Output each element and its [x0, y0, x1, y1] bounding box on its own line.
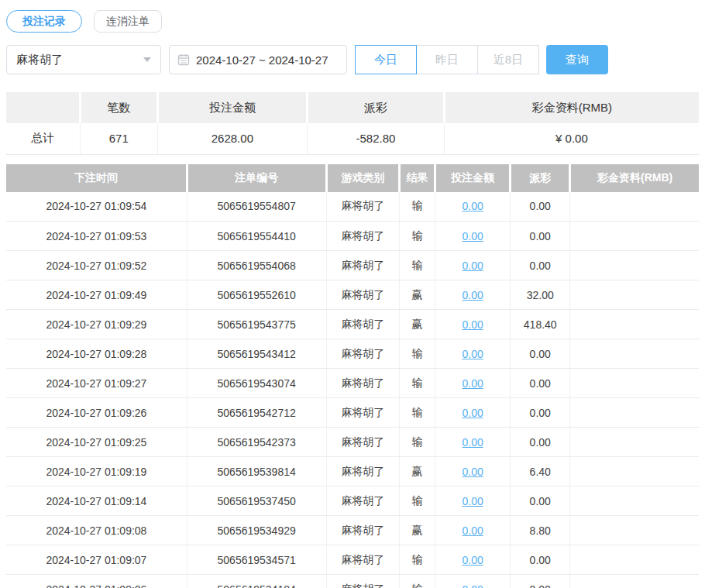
- payout-cell: 32.00: [511, 280, 570, 310]
- bet-time-cell: 2024-10-27 01:09:52: [6, 251, 187, 280]
- bonus-cell: [570, 575, 699, 588]
- payout-cell: 0.00: [511, 487, 570, 516]
- bet-amount-link[interactable]: 0.00: [462, 230, 483, 242]
- game-select[interactable]: 麻将胡了: [6, 45, 161, 74]
- bet-table-body: 2024-10-27 01:09:545065619554807麻将胡了输0.0…: [6, 192, 699, 588]
- result-cell: 输: [400, 369, 435, 398]
- quick-date-last8days-label: 近8日: [494, 53, 523, 67]
- table-row: 2024-10-27 01:09:525065619554068麻将胡了输0.0…: [6, 251, 699, 280]
- bet-amount-link[interactable]: 0.00: [462, 289, 483, 301]
- bet-amount-link[interactable]: 0.00: [462, 318, 483, 331]
- result-cell: 输: [400, 192, 435, 222]
- summary-header-payout: 派彩: [307, 92, 444, 123]
- quick-date-last8days-button[interactable]: 近8日: [477, 45, 539, 74]
- bonus-cell: [570, 428, 699, 457]
- result-cell: 输: [400, 487, 435, 516]
- bet-amount-cell: 0.00: [435, 545, 510, 575]
- result-cell: 输: [400, 339, 435, 369]
- bet-amount-link[interactable]: 0.00: [462, 377, 483, 390]
- summary-total-row: 总计 671 2628.00 -582.80 ¥ 0.00: [6, 123, 699, 154]
- bonus-cell: [570, 280, 699, 310]
- order-number-cell: 5065619534929: [187, 516, 326, 545]
- order-number-cell: 5065619542373: [187, 428, 326, 457]
- bet-amount-link[interactable]: 0.00: [462, 200, 483, 212]
- bet-time-cell: 2024-10-27 01:09:29: [6, 310, 187, 339]
- table-row: 2024-10-27 01:09:255065619542373麻将胡了输0.0…: [6, 428, 699, 457]
- bet-amount-link[interactable]: 0.00: [462, 407, 483, 419]
- bet-time-cell: 2024-10-27 01:09:26: [6, 398, 187, 428]
- result-cell: 赢: [400, 516, 435, 545]
- bet-amount-cell: 0.00: [435, 398, 510, 428]
- header-payout: 派彩: [511, 164, 570, 192]
- table-row: 2024-10-27 01:09:545065619554807麻将胡了输0.0…: [6, 192, 699, 222]
- bet-amount-link[interactable]: 0.00: [462, 554, 483, 566]
- bet-amount-cell: 0.00: [435, 339, 510, 369]
- bet-time-cell: 2024-10-27 01:09:53: [6, 222, 187, 251]
- quick-date-yesterday-button[interactable]: 昨日: [416, 45, 478, 74]
- bet-amount-cell: 0.00: [435, 192, 510, 222]
- bonus-cell: [570, 398, 699, 428]
- bonus-cell: [570, 192, 699, 222]
- date-range-value: 2024-10-27 ~ 2024-10-27: [196, 53, 328, 67]
- payout-cell: 6.40: [511, 457, 570, 487]
- bonus-cell: [570, 339, 699, 369]
- game-type-cell: 麻将胡了: [326, 369, 400, 398]
- bet-amount-link[interactable]: 0.00: [462, 348, 483, 360]
- bonus-cell: [570, 487, 699, 516]
- top-tabs: 投注记录 连消注单: [6, 10, 699, 33]
- bet-time-cell: 2024-10-27 01:09:28: [6, 339, 187, 369]
- game-type-cell: 麻将胡了: [326, 516, 400, 545]
- bet-amount-link[interactable]: 0.00: [462, 260, 483, 272]
- summary-total-payout: -582.80: [307, 123, 444, 154]
- game-type-cell: 麻将胡了: [326, 222, 400, 251]
- tab-betting-records[interactable]: 投注记录: [6, 10, 82, 33]
- bet-amount-link[interactable]: 0.00: [462, 466, 483, 478]
- table-row: 2024-10-27 01:09:065065619534184麻将胡了输0.0…: [6, 575, 699, 588]
- bet-table-header-row: 下注时间 注单编号 游戏类别 结果 投注金额 派彩 彩金资料(RMB): [6, 164, 699, 192]
- query-button[interactable]: 查询: [546, 45, 608, 74]
- bet-amount-link[interactable]: 0.00: [462, 583, 483, 588]
- game-type-cell: 麻将胡了: [326, 545, 400, 575]
- result-cell: 输: [400, 575, 435, 588]
- table-row: 2024-10-27 01:09:085065619534929麻将胡了赢0.0…: [6, 516, 699, 545]
- bet-amount-cell: 0.00: [435, 251, 510, 280]
- table-row: 2024-10-27 01:09:265065619542712麻将胡了输0.0…: [6, 398, 699, 428]
- bet-amount-cell: 0.00: [435, 310, 510, 339]
- result-cell: 赢: [400, 457, 435, 487]
- quick-date-yesterday-label: 昨日: [435, 53, 459, 67]
- bet-time-cell: 2024-10-27 01:09:14: [6, 487, 187, 516]
- order-number-cell: 5065619554807: [187, 192, 326, 222]
- order-number-cell: 5065619554068: [187, 251, 326, 280]
- result-cell: 输: [400, 545, 435, 575]
- quick-date-today-label: 今日: [374, 53, 397, 67]
- game-type-cell: 麻将胡了: [326, 339, 400, 369]
- date-range-input[interactable]: 2024-10-27 ~ 2024-10-27: [169, 45, 347, 74]
- bet-amount-link[interactable]: 0.00: [462, 495, 483, 507]
- table-row: 2024-10-27 01:09:495065619552610麻将胡了赢0.0…: [6, 280, 699, 310]
- quick-date-today-button[interactable]: 今日: [355, 45, 417, 74]
- bonus-cell: [570, 310, 699, 339]
- header-bonus: 彩金资料(RMB): [570, 164, 699, 192]
- game-type-cell: 麻将胡了: [326, 575, 400, 588]
- bet-amount-link[interactable]: 0.00: [462, 524, 483, 537]
- payout-cell: 418.40: [511, 310, 570, 339]
- order-number-cell: 5065619543775: [187, 310, 326, 339]
- bet-records-table: 下注时间 注单编号 游戏类别 结果 投注金额 派彩 彩金资料(RMB) 2024…: [6, 164, 699, 588]
- bonus-cell: [570, 369, 699, 398]
- payout-cell: 0.00: [511, 222, 570, 251]
- payout-cell: 0.00: [511, 575, 570, 588]
- summary-total-bonus: ¥ 0.00: [444, 123, 699, 154]
- game-type-cell: 麻将胡了: [326, 310, 400, 339]
- order-number-cell: 5065619542712: [187, 398, 326, 428]
- summary-total-count: 671: [80, 123, 157, 154]
- result-cell: 输: [400, 428, 435, 457]
- table-row: 2024-10-27 01:09:275065619543074麻将胡了输0.0…: [6, 369, 699, 398]
- tab-cancelled-orders[interactable]: 连消注单: [94, 10, 162, 33]
- payout-cell: 0.00: [511, 398, 570, 428]
- result-cell: 输: [400, 398, 435, 428]
- result-cell: 赢: [400, 310, 435, 339]
- bet-amount-link[interactable]: 0.00: [462, 436, 483, 449]
- payout-cell: 0.00: [511, 545, 570, 575]
- table-row: 2024-10-27 01:09:075065619534571麻将胡了输0.0…: [6, 545, 699, 575]
- table-row: 2024-10-27 01:09:285065619543412麻将胡了输0.0…: [6, 339, 699, 369]
